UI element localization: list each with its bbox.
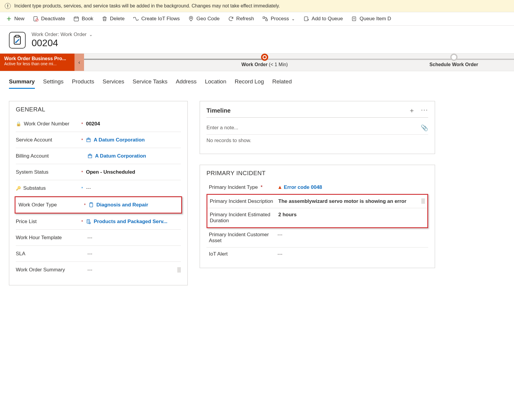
field-work-order-type[interactable]: Work Order Type * Diagnosis and Repair: [15, 196, 182, 214]
flow-icon: [133, 16, 139, 22]
timeline-more-button[interactable]: ···: [421, 106, 428, 115]
chevron-down-icon: ⌄: [291, 16, 295, 21]
value-primary-incident-asset[interactable]: ---: [277, 232, 426, 238]
section-primary-incident: PRIMARY INCIDENT Primary Incident Type *…: [200, 165, 435, 268]
field-primary-incident-duration[interactable]: Primary Incident Estimated Duration 2 ho…: [207, 208, 427, 227]
value-primary-incident-description[interactable]: The assemblywizard servo motor is showin…: [278, 198, 425, 204]
field-work-order-summary[interactable]: Work Order Summary ---: [16, 262, 181, 278]
notification-bar: ! Incident type products, services, and …: [0, 0, 514, 12]
required-indicator: *: [81, 138, 83, 142]
tab-service-tasks[interactable]: Service Tasks: [133, 78, 167, 89]
field-work-order-number[interactable]: 🔒 Work Order Number * 00204: [16, 116, 181, 132]
record-title: 00204: [32, 38, 93, 49]
queue-item-icon: [351, 16, 357, 22]
form-body: GENERAL 🔒 Work Order Number * 00204 Serv…: [0, 89, 514, 297]
geo-code-button[interactable]: Geo Code: [188, 16, 220, 22]
field-service-account[interactable]: Service Account * A Datum Corporation: [16, 132, 181, 148]
plus-icon: [6, 16, 12, 22]
svg-rect-6: [304, 17, 308, 21]
section-title-incident: PRIMARY INCIDENT: [206, 170, 428, 177]
account-icon: [86, 137, 91, 143]
tab-services[interactable]: Services: [103, 78, 124, 89]
pricelist-icon: $: [86, 219, 91, 224]
value-primary-incident-duration[interactable]: 2 hours: [278, 212, 425, 218]
lookup-price-list[interactable]: $ Products and Packaged Serv...: [86, 219, 181, 225]
process-icon: [262, 16, 268, 22]
field-iot-alert[interactable]: IoT Alert ---: [206, 248, 428, 261]
field-work-hour-template[interactable]: Work Hour Template ---: [16, 230, 181, 246]
delete-button[interactable]: Delete: [102, 16, 125, 22]
value-work-hour-template[interactable]: ---: [87, 235, 181, 241]
svg-rect-11: [88, 155, 92, 158]
queue-item-details-button[interactable]: Queue Item D: [351, 16, 391, 22]
value-work-order-summary[interactable]: ---: [87, 267, 181, 273]
tab-record-log[interactable]: Record Log: [235, 78, 264, 89]
attachment-icon[interactable]: 📎: [421, 124, 428, 131]
value-system-status[interactable]: Open - Unscheduled: [86, 169, 181, 175]
tab-address[interactable]: Address: [176, 78, 197, 89]
section-general: GENERAL 🔒 Work Order Number * 00204 Serv…: [9, 101, 188, 285]
svg-rect-10: [87, 139, 90, 142]
timeline-empty-text: No records to show.: [206, 135, 428, 147]
warning-icon: !: [5, 3, 11, 9]
tab-settings[interactable]: Settings: [43, 78, 64, 89]
recommended-indicator: *: [81, 186, 83, 191]
value-iot-alert[interactable]: ---: [277, 251, 426, 257]
value-substatus[interactable]: ---: [86, 185, 181, 191]
refresh-icon: [228, 16, 234, 22]
scrollbar-handle[interactable]: [177, 267, 181, 273]
bpf-stage-work-order[interactable]: Work Order (< 1 Min): [241, 54, 288, 67]
timeline-add-button[interactable]: ＋: [409, 106, 415, 115]
svg-rect-7: [352, 17, 356, 21]
process-button[interactable]: Process ⌄: [262, 16, 295, 22]
tab-location[interactable]: Location: [205, 78, 226, 89]
deactivate-button[interactable]: Deactivate: [33, 16, 65, 22]
tab-summary[interactable]: Summary: [9, 78, 35, 89]
field-system-status[interactable]: System Status * Open - Unscheduled: [16, 164, 181, 180]
refresh-button[interactable]: Refresh: [228, 16, 254, 22]
field-sla[interactable]: SLA ---: [16, 246, 181, 262]
field-primary-incident-asset[interactable]: Primary Incident Customer Asset ---: [206, 228, 428, 248]
lookup-primary-incident-type[interactable]: ▲ Error code 0048: [277, 184, 426, 190]
svg-rect-4: [263, 17, 265, 18]
account-icon: [87, 153, 93, 159]
lookup-billing-account[interactable]: A Datum Corporation: [87, 153, 181, 159]
new-button[interactable]: New: [6, 16, 24, 22]
field-primary-incident-description[interactable]: Primary Incident Description The assembl…: [207, 195, 427, 208]
lookup-service-account[interactable]: A Datum Corporation: [86, 137, 181, 143]
value-work-order-number: 00204: [86, 121, 181, 127]
lookup-work-order-type[interactable]: Diagnosis and Repair: [88, 202, 178, 208]
calendar-icon: [73, 16, 79, 22]
tab-related[interactable]: Related: [272, 78, 292, 89]
bpf-name[interactable]: Work Order Business Pro... Active for le…: [0, 54, 74, 71]
book-button[interactable]: Book: [73, 16, 93, 22]
business-process-flow: Work Order Business Pro... Active for le…: [0, 53, 514, 71]
record-header: Work Order: Work Order ⌄ 00204: [0, 26, 514, 53]
queue-add-icon: [303, 16, 309, 22]
field-billing-account[interactable]: Billing Account A Datum Corporation: [16, 148, 181, 164]
command-bar: New Deactivate Book Delete Create IoT Fl…: [0, 12, 514, 26]
trash-icon: [102, 16, 108, 22]
timeline-note-input[interactable]: Enter a note... 📎: [206, 121, 428, 135]
field-primary-incident-type[interactable]: Primary Incident Type * ▲ Error code 004…: [206, 181, 428, 194]
notification-text: Incident type products, services, and se…: [14, 3, 280, 9]
map-pin-icon: [188, 16, 194, 22]
svg-rect-9: [15, 35, 19, 37]
field-substatus[interactable]: 🔑 Substatus * ---: [16, 180, 181, 196]
required-indicator: *: [81, 219, 83, 224]
timeline-title: Timeline: [206, 107, 231, 114]
scrollbar-handle[interactable]: [421, 198, 425, 204]
required-indicator: *: [81, 122, 83, 126]
add-to-queue-button[interactable]: Add to Queue: [303, 16, 343, 22]
form-selector[interactable]: Work Order: Work Order ⌄: [32, 32, 93, 38]
key-icon: 🔑: [16, 186, 21, 191]
tab-products[interactable]: Products: [72, 78, 94, 89]
value-sla[interactable]: ---: [87, 251, 181, 257]
bpf-collapse-button[interactable]: ‹: [74, 54, 84, 71]
create-iot-flows-button[interactable]: Create IoT Flows: [133, 16, 180, 22]
required-indicator: *: [81, 170, 83, 175]
svg-rect-5: [266, 19, 268, 21]
field-price-list[interactable]: Price List * $ Products and Packaged Ser…: [16, 214, 181, 230]
svg-rect-2: [74, 17, 79, 21]
bpf-stage-schedule[interactable]: Schedule Work Order: [429, 54, 478, 67]
